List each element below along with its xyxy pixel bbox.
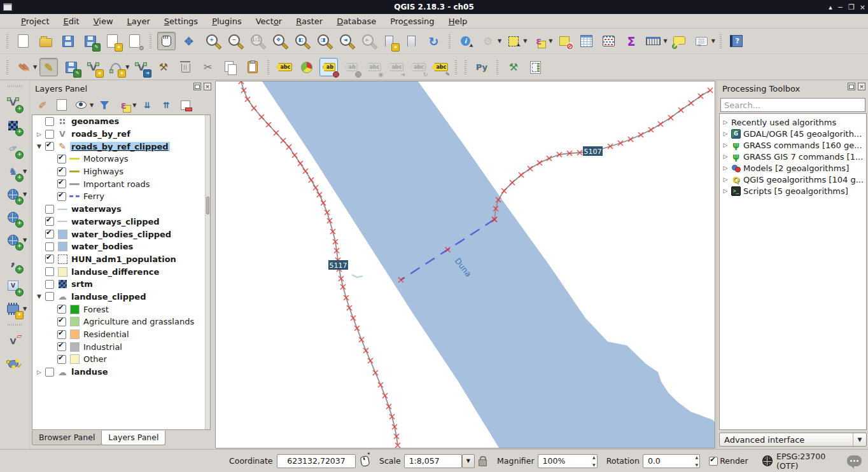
legend-item-residential[interactable]: Residential [32, 328, 210, 341]
layer-item-water-bodies-clipped[interactable]: water_bodies_clipped [32, 228, 210, 240]
layer-checkbox[interactable] [57, 342, 66, 351]
open-layer-styling-icon[interactable]: ✐ [34, 97, 51, 113]
layer-checkbox[interactable] [57, 305, 66, 314]
legend-item-ferry[interactable]: Ferry [32, 190, 210, 203]
refresh-map-icon[interactable]: ↻ [424, 32, 443, 50]
python-console-icon[interactable]: Py [472, 58, 491, 76]
chevron-down-icon[interactable]: ▼ [663, 38, 667, 44]
algorithm-group-recently[interactable]: ▷Recently used algorithms [720, 116, 866, 128]
algorithm-group-scripts[interactable]: ▷>_Scripts [5 geoalgorithms] [720, 185, 866, 197]
menu-project[interactable]: Project [14, 15, 57, 27]
chevron-down-icon[interactable]: ▼ [125, 64, 129, 70]
tab-layers-panel[interactable]: Layers Panel [101, 431, 165, 445]
chevron-down-icon[interactable]: ▼ [132, 102, 136, 108]
layer-checkbox[interactable] [45, 205, 54, 214]
new-project-icon[interactable] [14, 32, 32, 50]
filter-legend-by-expression-icon[interactable]: ε [115, 97, 132, 113]
layer-checkbox[interactable] [57, 330, 66, 339]
menu-processing[interactable]: Processing [383, 15, 441, 27]
algorithm-group-qgis[interactable]: ▷QQGIS geoalgorithms [104 g... [720, 174, 866, 185]
processing-toolbox-tool-icon[interactable]: ⚒ [504, 58, 522, 76]
zoom-out-icon[interactable]: − [224, 32, 242, 50]
toolbar-handle[interactable] [447, 34, 452, 48]
open-attribute-table-icon[interactable] [577, 32, 596, 50]
layer-checkbox[interactable] [45, 242, 54, 251]
float-panel-icon[interactable] [848, 83, 855, 90]
layer-checkbox[interactable] [45, 280, 54, 289]
save-layer-edits-icon[interactable]: ✎ [62, 58, 80, 76]
algorithm-search-input[interactable]: Search... [720, 98, 865, 112]
algorithm-group-models[interactable]: ▷Models [2 geoalgorithms] [720, 162, 866, 174]
composer-manager-icon[interactable]: ⚙ [125, 32, 144, 50]
menu-layer[interactable]: Layer [120, 15, 157, 27]
run-feature-action-icon[interactable]: ⚙ [479, 32, 497, 50]
chevron-down-icon[interactable]: ▼ [498, 38, 501, 44]
pin-unpin-labels-icon[interactable]: ab [342, 58, 360, 76]
new-bookmark-icon[interactable]: ✶ [380, 32, 398, 50]
toolbar-handle[interactable] [495, 60, 500, 74]
collapse-arrow-icon[interactable]: ▼ [35, 293, 43, 300]
messages-icon[interactable] [847, 455, 862, 466]
pan-map-icon[interactable] [157, 32, 176, 50]
select-by-expression-icon[interactable]: ε [529, 32, 548, 50]
scale-dropdown-button[interactable]: ▼ [462, 454, 474, 468]
layer-labeling-options-icon[interactable]: abc [275, 58, 293, 76]
move-feature-icon[interactable]: V➜ [132, 58, 150, 76]
close-button[interactable]: × [860, 3, 865, 11]
expand-arrow-icon[interactable]: ▷ [722, 176, 729, 183]
close-panel-icon[interactable]: × [204, 83, 211, 90]
add-group-icon[interactable] [53, 97, 70, 113]
new-virtual-layer-icon[interactable]: V+ [4, 277, 22, 295]
chevron-down-icon[interactable]: ▼ [23, 191, 27, 197]
coordinate-input[interactable]: 623132,72037 [277, 454, 356, 468]
identify-features-icon[interactable]: i [456, 32, 475, 50]
layer-diagram-options-icon[interactable] [297, 58, 316, 76]
add-raster-layer-icon[interactable]: + [4, 116, 22, 135]
layer-checkbox[interactable] [45, 217, 54, 226]
layer-item-water-bodies[interactable]: water_bodies [32, 240, 210, 253]
rotate-label-icon[interactable]: abc↻ [409, 58, 427, 76]
help-contents-icon[interactable]: ? [727, 32, 746, 50]
coordinate-display-toggle-icon[interactable] [360, 455, 370, 466]
float-panel-icon[interactable] [193, 83, 201, 90]
rotation-spinbox[interactable]: 0.0▲▼ [643, 454, 700, 468]
tab-browser-panel[interactable]: Browser Panel [32, 431, 102, 445]
deselect-all-icon[interactable] [555, 32, 573, 50]
text-annotation-icon[interactable] [692, 32, 711, 50]
add-spatialite-layer-icon[interactable]: ✑+ [4, 139, 22, 158]
highlight-pinned-labels-icon[interactable]: ab [319, 58, 338, 76]
layer-item-roads-by-ref[interactable]: ▷Vroads_by_ref [32, 128, 210, 141]
layer-checkbox[interactable] [45, 117, 54, 126]
toolbar-handle[interactable] [266, 60, 270, 74]
render-checkbox[interactable] [709, 457, 718, 466]
magnifier-spinbox[interactable]: 100%▲▼ [538, 454, 598, 468]
layer-checkbox[interactable] [45, 254, 54, 263]
menu-vector[interactable]: Vector [249, 15, 289, 27]
toolbar-handle[interactable] [463, 60, 468, 74]
add-wms-layer-icon[interactable]: + [4, 208, 22, 226]
pan-to-selection-icon[interactable]: ✥ [179, 32, 198, 50]
layer-item-landuse[interactable]: ▷☁landuse [32, 366, 210, 378]
toolbar-handle[interactable] [148, 34, 153, 48]
chevron-down-icon[interactable]: ▼ [23, 306, 27, 312]
menu-plugins[interactable]: Plugins [205, 15, 249, 27]
menu-raster[interactable]: Raster [289, 15, 330, 27]
menu-database[interactable]: Database [330, 15, 383, 27]
expand-arrow-icon[interactable]: ▷ [722, 130, 729, 137]
zoom-full-icon[interactable]: ✥ [269, 32, 287, 50]
node-tool-icon[interactable]: ⚒ [154, 58, 172, 76]
layer-checkbox[interactable] [57, 155, 66, 163]
paste-features-icon[interactable] [243, 58, 262, 76]
shade-button[interactable]: ▴ [829, 3, 832, 11]
cut-features-icon[interactable]: ✂ [199, 58, 217, 76]
layer-item-waterways-clipped[interactable]: waterways_clipped [32, 216, 210, 228]
map-canvas[interactable]: 51075117Duna [215, 81, 715, 448]
layer-checkbox[interactable] [45, 267, 54, 276]
menu-edit[interactable]: Edit [57, 15, 87, 27]
expand-arrow-icon[interactable]: ▷ [722, 165, 729, 171]
expand-arrow-icon[interactable]: ▷ [722, 153, 729, 160]
title-bar[interactable]: QGIS 2.18.3 - ch05 ▴−❒× [0, 0, 868, 14]
layer-item-srtm[interactable]: srtm [32, 278, 210, 291]
toggle-editing-icon[interactable]: ✎ [39, 58, 58, 76]
menu-settings[interactable]: Settings [157, 15, 205, 27]
